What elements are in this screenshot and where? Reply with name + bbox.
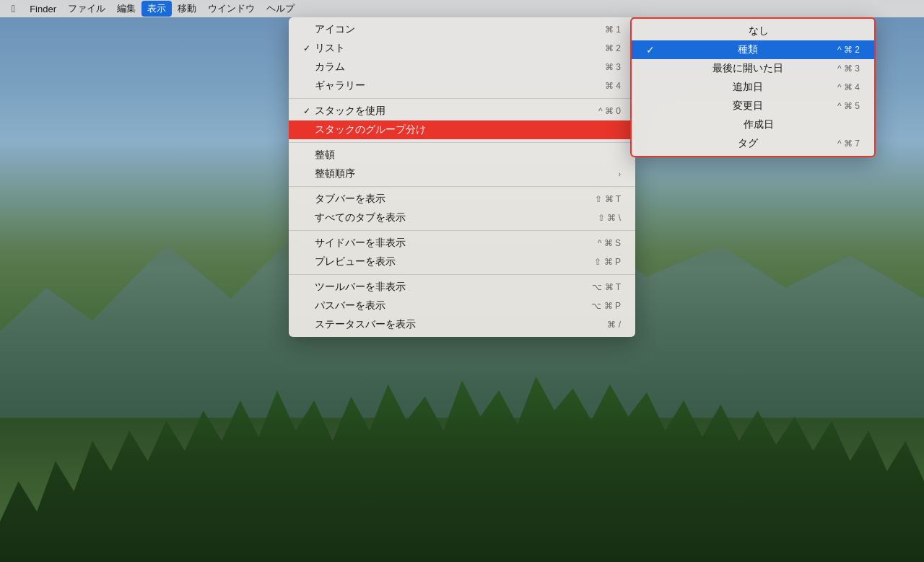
apple-menu[interactable]:  <box>6 1 21 16</box>
menu-item-label: カラム <box>315 61 605 74</box>
submenu-modified[interactable]: 変更日 ^ ⌘ 5 <box>632 97 874 115</box>
submenu-none[interactable]: なし <box>632 22 874 40</box>
submenu-item-label: 作成日 <box>744 118 774 131</box>
menu-divider <box>289 274 635 275</box>
shortcut-label: ^ ⌘ 2 <box>837 45 860 55</box>
menu-use-stacks[interactable]: ✓ スタックを使用 ^ ⌘ 0 <box>289 102 635 120</box>
menu-sort-order[interactable]: 整頓順序 › <box>289 164 635 183</box>
menu-show-statusbar[interactable]: ステータスバーを表示 ⌘ / <box>289 315 635 334</box>
menubar-window[interactable]: ウインドウ <box>202 1 261 17</box>
shortcut-label: ⌘ / <box>607 320 621 330</box>
submenu-item-label: 最後に開いた日 <box>712 62 783 75</box>
menu-item-label: ツールバーを非表示 <box>315 281 592 294</box>
submenu-added[interactable]: 追加日 ^ ⌘ 4 <box>632 78 874 97</box>
menubar-file[interactable]: ファイル <box>62 1 111 17</box>
menu-item-label: ステータスバーを表示 <box>315 318 607 331</box>
menu-hide-sidebar[interactable]: サイドバーを非表示 ^ ⌘ S <box>289 234 635 253</box>
submenu-kind[interactable]: ✓ 種類 ^ ⌘ 2 <box>632 40 874 59</box>
menu-divider <box>289 186 635 187</box>
shortcut-label: ^ ⌘ 4 <box>837 82 860 92</box>
menu-icon-view[interactable]: アイコン ⌘ 1 <box>289 20 635 39</box>
submenu-item-label: タグ <box>738 137 758 150</box>
shortcut-label: ⌘ 4 <box>605 81 621 91</box>
submenu-item-label: 追加日 <box>733 81 763 94</box>
check-icon: ✓ <box>303 106 315 116</box>
menu-item-label: スタックのグループ分け <box>315 123 619 136</box>
menubar-go[interactable]: 移動 <box>172 1 202 17</box>
shortcut-label: ^ ⌘ 5 <box>837 101 860 111</box>
shortcut-label: ⌥ ⌘ T <box>592 282 621 292</box>
shortcut-label: ^ ⌘ 7 <box>837 139 860 149</box>
menu-item-label: サイドバーを非表示 <box>315 237 598 250</box>
menu-item-label: 整頓 <box>315 149 621 162</box>
view-menu-dropdown: アイコン ⌘ 1 ✓ リスト ⌘ 2 カラム ⌘ 3 ギャラリー ⌘ 4 ✓ ス… <box>289 17 635 337</box>
menu-sort[interactable]: 整頓 <box>289 146 635 164</box>
menu-hide-toolbar[interactable]: ツールバーを非表示 ⌥ ⌘ T <box>289 278 635 297</box>
menu-divider <box>289 142 635 143</box>
menu-item-label: パスバーを表示 <box>315 299 591 312</box>
menu-show-pathbar[interactable]: パスバーを表示 ⌥ ⌘ P <box>289 297 635 315</box>
menu-column-view[interactable]: カラム ⌘ 3 <box>289 58 635 76</box>
shortcut-label: ⇧ ⌘ T <box>595 194 621 204</box>
shortcut-label: ^ ⌘ S <box>598 238 621 248</box>
menu-show-tabbar[interactable]: タブバーを表示 ⇧ ⌘ T <box>289 190 635 208</box>
menu-list-view[interactable]: ✓ リスト ⌘ 2 <box>289 39 635 58</box>
menubar-finder[interactable]: Finder <box>24 2 62 16</box>
shortcut-label: ^ ⌘ 0 <box>598 106 621 116</box>
menu-item-label: リスト <box>315 42 605 55</box>
shortcut-label: ⇧ ⌘ \ <box>598 213 621 223</box>
submenu-tag[interactable]: タグ ^ ⌘ 7 <box>632 134 874 153</box>
menu-item-label: スタックを使用 <box>315 105 598 118</box>
shortcut-label: ^ ⌘ 3 <box>837 63 860 74</box>
menu-show-all-tabs[interactable]: すべてのタブを表示 ⇧ ⌘ \ <box>289 208 635 227</box>
menu-show-preview[interactable]: プレビューを表示 ⇧ ⌘ P <box>289 253 635 271</box>
arrow-icon: › <box>619 126 621 134</box>
submenu-item-label: なし <box>749 25 769 38</box>
shortcut-label: ⌘ 1 <box>605 25 621 35</box>
submenu-item-label: 種類 <box>738 43 758 56</box>
shortcut-label: ⌘ 3 <box>605 62 621 72</box>
menu-item-label: すべてのタブを表示 <box>315 211 598 224</box>
stack-group-submenu: なし ✓ 種類 ^ ⌘ 2 最後に開いた日 ^ ⌘ 3 追加日 ^ ⌘ 4 変更… <box>630 17 876 157</box>
check-icon: ✓ <box>646 44 658 56</box>
shortcut-label: ⇧ ⌘ P <box>594 257 621 267</box>
menubar-edit[interactable]: 編集 <box>111 1 141 17</box>
submenu-created[interactable]: 作成日 <box>632 115 874 134</box>
arrow-icon: › <box>619 170 621 178</box>
menu-item-label: ギャラリー <box>315 79 605 92</box>
menubar-view[interactable]: 表示 <box>141 1 172 17</box>
menu-item-label: プレビューを表示 <box>315 255 594 268</box>
check-icon: ✓ <box>303 43 315 53</box>
menu-gallery-view[interactable]: ギャラリー ⌘ 4 <box>289 76 635 95</box>
menu-divider <box>289 230 635 231</box>
submenu-item-label: 変更日 <box>733 100 763 113</box>
menubar-help[interactable]: ヘルプ <box>261 1 300 17</box>
menu-divider <box>289 98 635 99</box>
shortcut-label: ⌘ 2 <box>605 43 621 53</box>
submenu-last-opened[interactable]: 最後に開いた日 ^ ⌘ 3 <box>632 59 874 78</box>
menu-item-label: タブバーを表示 <box>315 193 595 206</box>
menu-item-label: 整頓順序 <box>315 167 619 180</box>
menu-stack-group[interactable]: スタックのグループ分け › <box>289 120 635 139</box>
menu-item-label: アイコン <box>315 23 605 36</box>
shortcut-label: ⌥ ⌘ P <box>591 301 621 311</box>
menubar:  Finder ファイル 編集 表示 移動 ウインドウ ヘルプ <box>0 0 924 17</box>
